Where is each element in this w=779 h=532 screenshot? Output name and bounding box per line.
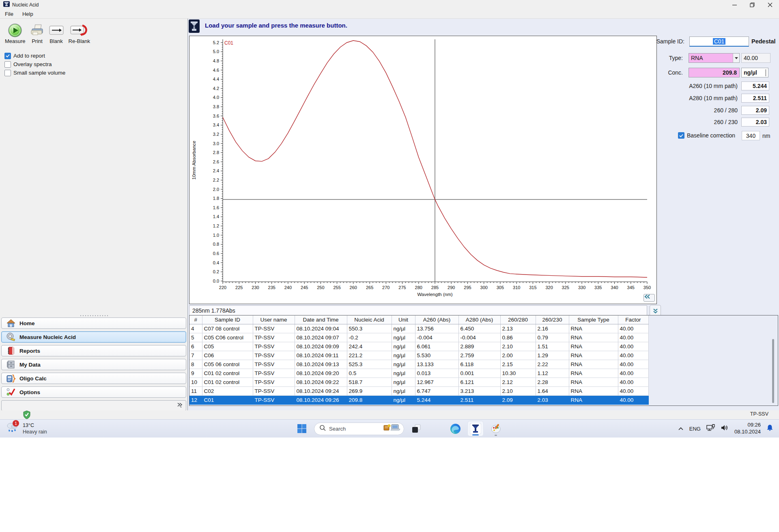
minimize-icon[interactable] — [725, 0, 743, 10]
menu-file[interactable]: File — [5, 11, 13, 17]
network-icon[interactable] — [706, 424, 715, 433]
language-indicator[interactable]: ENG — [689, 426, 701, 432]
sidebar-item-options[interactable]: Options — [1, 386, 186, 398]
table-cell: ng/µl — [392, 396, 415, 405]
table-cell: 40.00 — [618, 396, 648, 405]
small-sample-volume-checkbox[interactable]: Small sample volume — [4, 69, 187, 77]
table-row[interactable]: 9C01 02 controlTP-SSV08.10.2024 09:200.5… — [189, 369, 648, 378]
type-select[interactable]: RNA — [689, 53, 740, 63]
results-table-panel: #Sample IDUser nameDate and TimeNucleic … — [189, 315, 778, 406]
column-header[interactable]: A260 (Abs) — [415, 315, 458, 324]
collapse-left-icon[interactable] — [643, 294, 655, 302]
table-cell: ng/µl — [392, 333, 415, 342]
table-cell: RNA — [569, 351, 618, 360]
table-row[interactable]: 4C07 08 controlTP-SSV08.10.2024 09:04550… — [189, 324, 648, 333]
reports-icon — [5, 346, 17, 355]
print-button[interactable]: Print — [28, 22, 47, 45]
table-cell: TP-SSV — [253, 369, 295, 378]
sidebar-item-reports[interactable]: Reports — [1, 345, 186, 356]
table-row[interactable]: 11C02TP-SSV08.10.2024 09:24269.9ng/µl6.7… — [189, 387, 648, 396]
nanodrop-app-icon[interactable] — [467, 421, 484, 436]
splitter-handle[interactable] — [80, 315, 108, 317]
sidebar-item-my-data[interactable]: My Data — [1, 359, 186, 370]
column-header[interactable]: Date and Time — [295, 315, 347, 324]
expand-icon — [177, 402, 183, 409]
table-cell: C05 06 control — [202, 360, 253, 369]
sidebar-item-home[interactable]: Home — [1, 317, 186, 329]
column-header[interactable]: A280 (Abs) — [458, 315, 500, 324]
overlay-spectra-checkbox[interactable]: Overlay spectra — [4, 60, 187, 69]
type-factor-field[interactable]: 40.00 — [741, 53, 770, 63]
table-cell: RNA — [569, 324, 618, 333]
conc-field[interactable]: 209.8 — [689, 68, 740, 77]
table-cell: RNA — [569, 333, 618, 342]
sidebar-item-oligo-calc[interactable]: Oligo Calc — [1, 373, 186, 384]
restore-icon[interactable] — [743, 0, 761, 10]
column-header[interactable]: 260/280 — [500, 315, 536, 324]
conc-unit-select[interactable]: ng/µl — [741, 68, 768, 77]
taskbar: 1 13°C Heavy rain Search — [0, 419, 779, 438]
sidebar-item-measure-nucleic-acid[interactable]: Measure Nucleic Acid — [1, 331, 186, 343]
paint-app-icon[interactable] — [488, 421, 504, 436]
search-input[interactable]: Search — [314, 423, 404, 435]
table-row[interactable]: 12C01TP-SSV08.10.2024 09:26209.8ng/µl5.2… — [189, 396, 648, 405]
table-row[interactable]: 8C05 06 controlTP-SSV08.10.2024 09:13525… — [189, 360, 648, 369]
tray-chevron-up-icon[interactable] — [678, 425, 684, 432]
column-header[interactable]: Factor — [618, 315, 648, 324]
edge-browser-icon[interactable] — [447, 421, 463, 436]
table-cell: 0.5 — [347, 369, 392, 378]
column-header[interactable]: 260/230 — [536, 315, 569, 324]
column-header[interactable]: Nucleic Acid — [347, 315, 392, 324]
sidebar-item-label: Measure Nucleic Acid — [19, 334, 76, 340]
a280-value: 2.511 — [741, 94, 769, 103]
table-scrollbar[interactable] — [772, 339, 774, 403]
column-header[interactable]: User name — [253, 315, 295, 324]
add-to-report-checkbox[interactable]: Add to report — [4, 51, 187, 60]
table-cell: 11 — [189, 387, 202, 396]
column-header[interactable]: Sample ID — [202, 315, 253, 324]
svg-text:275: 275 — [398, 285, 406, 290]
sidebar-item-label: Home — [19, 320, 35, 326]
baseline-correction-checkbox[interactable]: Baseline correction — [678, 132, 735, 139]
measure-tape-icon — [5, 332, 17, 341]
task-view-button[interactable] — [408, 421, 424, 436]
table-row[interactable]: 5C05 C06 controlTP-SSV08.10.2024 09:07-0… — [189, 333, 648, 342]
svg-text:0.8: 0.8 — [213, 242, 219, 247]
measure-button[interactable]: Measure — [2, 22, 28, 45]
weather-widget[interactable]: 1 13°C Heavy rain — [6, 421, 47, 435]
svg-text:4.0: 4.0 — [213, 95, 219, 100]
start-button[interactable] — [294, 421, 310, 436]
column-header[interactable]: Sample Type — [569, 315, 618, 324]
table-cell: 5 — [189, 333, 202, 342]
column-header[interactable]: Unit — [392, 315, 415, 324]
file-cabinet-icon — [5, 360, 17, 369]
blank-arrow-icon — [49, 23, 64, 38]
table-row[interactable]: 10C01 02 controlTP-SSV08.10.2024 09:2251… — [189, 378, 648, 387]
sidebar-item-label: Options — [19, 389, 40, 395]
spectrum-chart[interactable]: 0.00.20.40.60.81.01.21.41.61.82.02.22.42… — [189, 36, 657, 304]
svg-text:340: 340 — [611, 285, 618, 290]
volume-icon[interactable] — [721, 425, 729, 433]
clock[interactable]: 09:26 08.10.2024 — [734, 422, 761, 435]
table-cell: 6.747 — [415, 387, 458, 396]
table-cell: 1.64 — [536, 387, 569, 396]
table-cell: 209.8 — [347, 396, 392, 405]
sidebar-collapse-bar[interactable] — [1, 400, 186, 411]
table-cell: 12 — [189, 396, 202, 405]
close-icon[interactable] — [761, 0, 779, 10]
table-cell: 0.013 — [415, 369, 458, 378]
blank-button[interactable]: Blank — [47, 22, 66, 45]
table-cell: 13.133 — [415, 360, 458, 369]
svg-text:225: 225 — [235, 285, 243, 290]
table-row[interactable]: 6C05TP-SSV08.10.2024 09:09242.4ng/µl6.06… — [189, 342, 648, 351]
main-area: Load your sample and press the measure b… — [188, 19, 779, 410]
menu-help[interactable]: Help — [22, 11, 33, 17]
baseline-wavelength-input[interactable]: 340 — [742, 131, 760, 140]
sample-id-input[interactable]: C01 — [689, 36, 749, 47]
svg-text:4.2: 4.2 — [213, 86, 219, 91]
column-header[interactable]: # — [189, 315, 202, 324]
table-row[interactable]: 7C06TP-SSV08.10.2024 09:11221.2ng/µl5.53… — [189, 351, 648, 360]
notification-bell-icon[interactable] — [766, 424, 773, 433]
table-cell: 12.967 — [415, 378, 458, 387]
reblank-button[interactable]: Re-Blank — [66, 22, 93, 45]
